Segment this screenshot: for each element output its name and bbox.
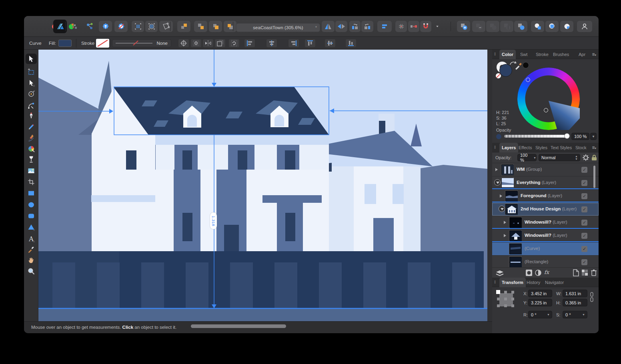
- rotate-cw-button[interactable]: [361, 21, 373, 32]
- tab-effects[interactable]: Effects: [516, 143, 534, 152]
- snapping-magnet-button[interactable]: [420, 21, 431, 32]
- zoom-tool[interactable]: [26, 266, 37, 276]
- new-pixel-layer-icon[interactable]: [582, 270, 588, 276]
- bool-divide-button[interactable]: [500, 21, 513, 32]
- panel-drag-handle[interactable]: ‖: [494, 145, 496, 150]
- link-dimensions-icon[interactable]: [590, 292, 594, 302]
- saturation-triangle[interactable]: [517, 68, 580, 130]
- opacity-slider-knob[interactable]: [564, 133, 570, 139]
- hue-marker[interactable]: [526, 78, 530, 82]
- mirror-handles-button[interactable]: [202, 39, 214, 48]
- blend-mode-dropdown[interactable]: Normal ▲▼: [539, 154, 580, 161]
- canvas-viewport[interactable]: 1.318: [38, 50, 487, 321]
- y-field[interactable]: 3.225 in: [528, 299, 552, 306]
- tab-brushes[interactable]: Brushes: [551, 50, 571, 59]
- layer-thumbnail[interactable]: [501, 164, 513, 175]
- tab-appearance[interactable]: Apr: [576, 50, 588, 59]
- grid-dots-snap-button[interactable]: [145, 21, 158, 32]
- disclosure-collapsed-icon[interactable]: [495, 168, 498, 171]
- tab-styles[interactable]: Styles: [533, 143, 550, 152]
- h-field[interactable]: 0.365 in: [563, 299, 587, 306]
- rotation-field[interactable]: 0 °▼: [528, 311, 552, 318]
- layer-thumbnail[interactable]: [505, 204, 517, 214]
- visibility-checkbox[interactable]: ✓: [581, 180, 587, 186]
- document-title-field[interactable]: seaCoastTown (305.6%) *: [236, 23, 320, 32]
- pen-tool[interactable]: [26, 111, 37, 121]
- insert-inside-button[interactable]: [545, 21, 559, 32]
- visibility-checkbox[interactable]: ✓: [581, 206, 587, 212]
- anchor-dot[interactable]: [497, 304, 500, 307]
- panel-menu-icon[interactable]: ≡▾: [592, 52, 596, 57]
- layer-row[interactable]: Foreground (Layer)✓: [492, 190, 599, 203]
- move-tool[interactable]: [26, 54, 37, 64]
- align-top-button[interactable]: [304, 39, 316, 48]
- order-back-button[interactable]: [224, 21, 236, 32]
- tab-stock[interactable]: Stock: [573, 143, 589, 152]
- order-backward-button[interactable]: [194, 21, 207, 32]
- opacity-slider[interactable]: [504, 135, 567, 138]
- mask-icon[interactable]: [526, 270, 532, 276]
- transparency-tool[interactable]: [26, 154, 37, 164]
- layer-row[interactable]: WM (Group)✓: [492, 163, 599, 176]
- corner-tool[interactable]: [26, 100, 37, 110]
- disclosure-expanded-icon[interactable]: [494, 179, 501, 186]
- x-field[interactable]: 3.452 in: [528, 290, 552, 297]
- panel-drag-handle[interactable]: ‖: [494, 280, 496, 284]
- bool-combine-button[interactable]: [514, 21, 527, 32]
- slice-badge-button[interactable]: [114, 21, 128, 32]
- tab-navigator[interactable]: Navigator: [543, 278, 566, 287]
- insert-behind-button[interactable]: [531, 21, 544, 32]
- layer-thumbnail[interactable]: [509, 230, 521, 241]
- anchor-dot[interactable]: [511, 291, 514, 294]
- visibility-checkbox[interactable]: ✓: [581, 233, 587, 239]
- disclosure-collapsed-icon[interactable]: [504, 221, 506, 224]
- tab-stroke[interactable]: Stroke: [533, 50, 551, 59]
- insert-on-top-button[interactable]: [560, 21, 573, 32]
- align-left-button[interactable]: [244, 39, 255, 48]
- triangle-tool[interactable]: [26, 222, 37, 232]
- app-logo-icon[interactable]: [53, 20, 67, 33]
- stroke-swatch[interactable]: [96, 39, 109, 48]
- anchor-dot[interactable]: [496, 290, 500, 294]
- transform-origin-button[interactable]: [178, 39, 189, 48]
- fx-icon[interactable]: fx: [544, 269, 549, 275]
- align-middle-vertical-button[interactable]: [325, 39, 336, 48]
- disclosure-collapsed-icon[interactable]: [504, 234, 506, 237]
- anchor-dot[interactable]: [511, 298, 514, 300]
- lock-icon[interactable]: [591, 154, 597, 161]
- new-layer-icon[interactable]: [573, 269, 579, 276]
- vector-crop-tool[interactable]: [26, 177, 37, 187]
- layer-row[interactable]: Windowsill? (Layer)✓: [492, 229, 599, 242]
- layer-row[interactable]: Everything (Layer)✓: [492, 176, 599, 190]
- visibility-checkbox[interactable]: ✓: [581, 167, 587, 173]
- alignment-button[interactable]: [377, 21, 392, 32]
- anchor-dot[interactable]: [504, 304, 507, 307]
- align-right-button[interactable]: [288, 39, 299, 48]
- snapping-options-caret-button[interactable]: [435, 21, 440, 32]
- tab-swatches[interactable]: Swt: [518, 50, 530, 59]
- layer-row[interactable]: 2nd House Design (Layer)✓: [492, 203, 599, 216]
- opacity-dropdown-caret[interactable]: ▼: [590, 133, 597, 140]
- visibility-checkbox[interactable]: ✓: [581, 246, 587, 252]
- place-image-tool[interactable]: [26, 166, 37, 176]
- anchor-dot[interactable]: [504, 298, 507, 300]
- anchor-dot[interactable]: [497, 298, 500, 300]
- adjustment-icon[interactable]: [535, 270, 541, 276]
- color-picker-tool[interactable]: [26, 244, 37, 254]
- canvas-illustration[interactable]: [38, 50, 487, 321]
- artboard-tool[interactable]: [26, 67, 37, 77]
- panel-menu-icon[interactable]: ≡▾: [592, 145, 596, 150]
- shear-field[interactable]: 0 °▼: [563, 311, 587, 318]
- show-handles-button[interactable]: [190, 39, 202, 48]
- pixel-persona-button[interactable]: [69, 21, 80, 32]
- move-whole-pixels-button[interactable]: [408, 21, 419, 32]
- align-bottom-button[interactable]: [345, 39, 357, 48]
- visibility-checkbox[interactable]: ✓: [581, 220, 587, 226]
- anchor-dot[interactable]: [504, 291, 507, 294]
- bool-subtract-button[interactable]: [472, 21, 485, 32]
- rotate-ccw-button[interactable]: [349, 21, 361, 32]
- layers-stack-icon[interactable]: [495, 269, 504, 276]
- layer-row[interactable]: (Curve)✓: [492, 242, 599, 256]
- layer-thumbnail[interactable]: [505, 191, 517, 201]
- fill-swatch[interactable]: [58, 40, 72, 47]
